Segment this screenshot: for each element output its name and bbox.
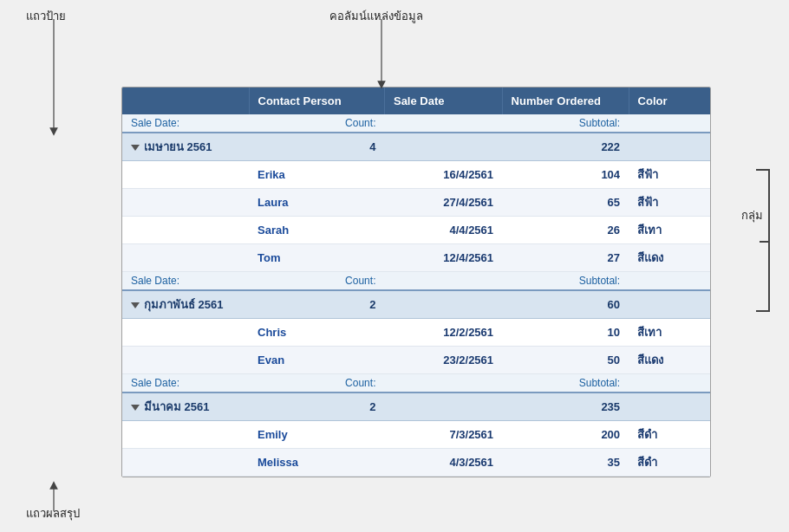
table-row: Evan 23/2/2561 50 สีแดง bbox=[122, 347, 710, 374]
group-header-row: เมษายน 2561 4 222 bbox=[122, 133, 710, 161]
group-header-row: มีนาคม 2561 2 235 bbox=[122, 393, 710, 421]
qty-cell: 27 bbox=[502, 244, 629, 272]
subtotal-label: Subtotal: bbox=[502, 114, 629, 133]
qty-cell: 10 bbox=[502, 319, 629, 347]
sale-date-label: Sale Date: bbox=[122, 114, 249, 133]
empty-first-cell bbox=[122, 244, 249, 272]
table-row: Emily 7/3/2561 200 สีดำ bbox=[122, 421, 710, 449]
tag-label-annotation: แถวป้าย bbox=[26, 7, 66, 25]
contact-name-cell: Sarah bbox=[249, 217, 384, 244]
date-cell: 16/4/2561 bbox=[384, 161, 502, 189]
empty-first-cell bbox=[122, 347, 249, 374]
group-count-cell: 4 bbox=[249, 133, 384, 161]
group-subtotal-cell: 60 bbox=[502, 290, 629, 319]
color-cell: สีดำ bbox=[629, 449, 710, 477]
date-cell: 27/4/2561 bbox=[384, 189, 502, 217]
qty-cell: 65 bbox=[502, 189, 629, 217]
empty-cell bbox=[384, 114, 502, 133]
sale-date-label: Sale Date: bbox=[122, 272, 249, 291]
col-header-sale-date: Sale Date bbox=[384, 88, 502, 114]
table-row: Melissa 4/3/2561 35 สีดำ bbox=[122, 449, 710, 477]
color-cell: สีแดง bbox=[629, 347, 710, 374]
col-header-color: Color bbox=[629, 88, 710, 114]
table-row: Erika 16/4/2561 104 สีฟ้า bbox=[122, 161, 710, 189]
table-row: Tom 12/4/2561 27 สีแดง bbox=[122, 244, 710, 272]
empty-cell2 bbox=[629, 272, 710, 291]
column-label-annotation: คอลัมน์แหล่งข้อมูล bbox=[329, 7, 423, 25]
date-cell: 4/4/2561 bbox=[384, 217, 502, 244]
col-header-empty bbox=[122, 88, 249, 114]
table-row: Laura 27/4/2561 65 สีฟ้า bbox=[122, 189, 710, 217]
group-name-cell: มีนาคม 2561 bbox=[122, 393, 249, 421]
group-color-empty bbox=[629, 393, 710, 421]
contact-name-cell: Evan bbox=[249, 347, 384, 374]
table-row: Chris 12/2/2561 10 สีเทา bbox=[122, 319, 710, 347]
date-cell: 12/4/2561 bbox=[384, 244, 502, 272]
empty-cell2 bbox=[629, 374, 710, 393]
col-header-contact: Contact Person bbox=[249, 88, 384, 114]
qty-cell: 200 bbox=[502, 421, 629, 449]
color-cell: สีเทา bbox=[629, 217, 710, 244]
empty-first-cell bbox=[122, 217, 249, 244]
count-label: Count: bbox=[249, 374, 384, 393]
table-header-row: Contact Person Sale Date Number Ordered … bbox=[122, 88, 710, 114]
qty-cell: 35 bbox=[502, 449, 629, 477]
color-cell: สีดำ bbox=[629, 421, 710, 449]
col-header-number: Number Ordered bbox=[502, 88, 629, 114]
contact-name-cell: Tom bbox=[249, 244, 384, 272]
group-subtotal-cell: 222 bbox=[502, 133, 629, 161]
group-name-cell: กุมภาพันธ์ 2561 bbox=[122, 290, 249, 319]
group-brace bbox=[756, 169, 770, 312]
contact-name-cell: Emily bbox=[249, 421, 384, 449]
group-header-row: กุมภาพันธ์ 2561 2 60 bbox=[122, 290, 710, 319]
subtotal-label: Subtotal: bbox=[502, 272, 629, 291]
table-row: Sarah 4/4/2561 26 สีเทา bbox=[122, 217, 710, 244]
group-count-cell: 2 bbox=[249, 290, 384, 319]
sale-date-label: Sale Date: bbox=[122, 374, 249, 393]
group-name-cell: เมษายน 2561 bbox=[122, 133, 249, 161]
sale-date-subheader-row: Sale Date: Count: Subtotal: bbox=[122, 114, 710, 133]
main-table-wrapper: Contact Person Sale Date Number Ordered … bbox=[121, 87, 711, 477]
empty-first-cell bbox=[122, 189, 249, 217]
contact-name-cell: Chris bbox=[249, 319, 384, 347]
group-date-empty bbox=[384, 393, 502, 421]
date-cell: 23/2/2561 bbox=[384, 347, 502, 374]
empty-cell bbox=[384, 272, 502, 291]
qty-cell: 104 bbox=[502, 161, 629, 189]
qty-cell: 26 bbox=[502, 217, 629, 244]
count-label: Count: bbox=[249, 272, 384, 291]
empty-first-cell bbox=[122, 449, 249, 477]
sale-date-subheader-row: Sale Date: Count: Subtotal: bbox=[122, 272, 710, 291]
contact-name-cell: Melissa bbox=[249, 449, 384, 477]
subtotal-label: Subtotal: bbox=[502, 374, 629, 393]
collapse-triangle[interactable] bbox=[131, 405, 140, 411]
group-subtotal-cell: 235 bbox=[502, 393, 629, 421]
sale-date-subheader-row: Sale Date: Count: Subtotal: bbox=[122, 374, 710, 393]
empty-first-cell bbox=[122, 319, 249, 347]
collapse-triangle[interactable] bbox=[131, 145, 140, 151]
color-cell: สีฟ้า bbox=[629, 161, 710, 189]
summary-label-annotation: แถวผลสรุป bbox=[26, 504, 80, 522]
color-cell: สีเทา bbox=[629, 319, 710, 347]
empty-cell bbox=[384, 374, 502, 393]
count-label: Count: bbox=[249, 114, 384, 133]
group-date-empty bbox=[384, 133, 502, 161]
group-date-empty bbox=[384, 290, 502, 319]
group-count-cell: 2 bbox=[249, 393, 384, 421]
empty-first-cell bbox=[122, 421, 249, 449]
date-cell: 7/3/2561 bbox=[384, 421, 502, 449]
data-table: Contact Person Sale Date Number Ordered … bbox=[122, 88, 710, 477]
color-cell: สีแดง bbox=[629, 244, 710, 272]
color-cell: สีฟ้า bbox=[629, 189, 710, 217]
empty-cell2 bbox=[629, 114, 710, 133]
contact-name-cell: Erika bbox=[249, 161, 384, 189]
contact-name-cell: Laura bbox=[249, 189, 384, 217]
group-color-empty bbox=[629, 290, 710, 319]
group-color-empty bbox=[629, 133, 710, 161]
empty-first-cell bbox=[122, 161, 249, 189]
date-cell: 4/3/2561 bbox=[384, 449, 502, 477]
date-cell: 12/2/2561 bbox=[384, 319, 502, 347]
collapse-triangle[interactable] bbox=[131, 302, 140, 308]
qty-cell: 50 bbox=[502, 347, 629, 374]
